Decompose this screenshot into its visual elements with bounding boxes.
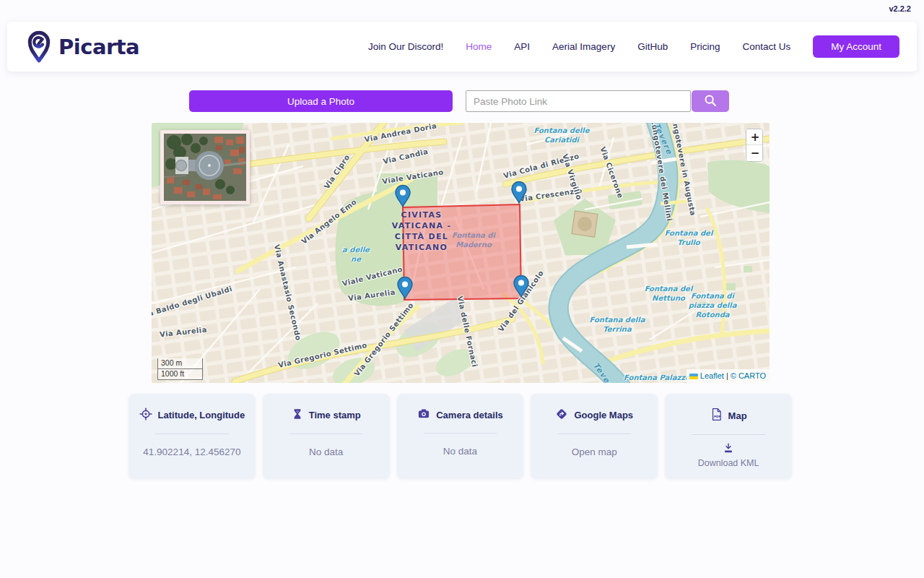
map-marker[interactable]: [396, 275, 414, 300]
pdf-file-icon: PDF: [710, 407, 723, 423]
directions-icon: [555, 407, 568, 423]
nav-item-aerial-imagery[interactable]: Aerial Imagery: [552, 41, 615, 52]
timestamp-value: No data: [263, 447, 390, 457]
map-attribution: Leaflet | © CARTO: [687, 369, 770, 383]
nav-item-github[interactable]: GitHub: [637, 41, 668, 52]
card-google-maps: Google Maps Open map: [531, 394, 658, 479]
picarta-pin-icon: [25, 28, 53, 66]
header: Picarta Join Our Discord! Home API Aeria…: [7, 22, 917, 72]
card-map-download: PDF Map Download KML: [665, 394, 792, 479]
camera-icon: [417, 407, 430, 422]
leaflet-map[interactable]: CIVITAS VATICANA - CITTÀ DEL VATICANOFon…: [152, 123, 770, 383]
leaflet-link[interactable]: Leaflet: [700, 371, 724, 381]
my-account-button[interactable]: My Account: [813, 35, 899, 58]
nav-item-pricing[interactable]: Pricing: [690, 41, 720, 52]
scale-metric: 300 m: [157, 358, 203, 369]
photo-link-input[interactable]: [466, 90, 691, 112]
scale-imperial: 1000 ft: [157, 369, 203, 380]
picarta-logo[interactable]: Picarta: [25, 28, 139, 66]
map-marker[interactable]: [393, 184, 412, 208]
open-map-link[interactable]: Open map: [531, 447, 658, 457]
nav-item-api[interactable]: API: [514, 41, 530, 52]
app-version: v2.2.2: [889, 4, 911, 13]
download-icon: [723, 444, 734, 456]
card-title: Latitude, Longitude: [158, 410, 245, 420]
nav-item-discord[interactable]: Join Our Discord!: [368, 41, 443, 52]
upload-photo-button[interactable]: Upload a Photo: [189, 90, 453, 112]
card-title: Camera details: [436, 410, 503, 420]
card-title: Map: [728, 410, 747, 421]
coordinates-value: 41.902214, 12.456270: [128, 447, 256, 457]
zoom-out-button[interactable]: −: [746, 145, 763, 161]
carto-link[interactable]: © CARTO: [731, 371, 766, 381]
map-marker[interactable]: [512, 274, 531, 298]
ukraine-flag-icon: [689, 374, 698, 379]
selection-polygon[interactable]: [403, 204, 521, 300]
crosshair-icon: [139, 407, 152, 423]
download-kml-button[interactable]: Download KML: [665, 443, 792, 468]
map-scale-bar: 300 m 1000 ft: [157, 358, 203, 380]
download-kml-label: Download KML: [665, 458, 792, 468]
card-title: Google Maps: [574, 410, 633, 420]
nav-item-home[interactable]: Home: [466, 41, 492, 52]
result-cards: Latitude, Longitude 41.902214, 12.456270…: [128, 394, 792, 479]
map-marker[interactable]: [510, 180, 528, 204]
card-title: Time stamp: [309, 410, 361, 420]
aerial-photo: [164, 134, 246, 201]
picarta-app: v2.2.2 Picarta Join Our Discord!: [0, 0, 924, 578]
hourglass-icon: [292, 407, 303, 423]
card-latitude-longitude: Latitude, Longitude 41.902214, 12.456270: [128, 394, 256, 479]
search-button[interactable]: [692, 90, 729, 112]
attribution-separator: |: [726, 371, 728, 381]
card-time-stamp: Time stamp No data: [263, 394, 390, 479]
zoom-in-button[interactable]: +: [746, 129, 763, 145]
photo-thumbnail[interactable]: [160, 130, 250, 204]
card-camera-details: Camera details No data: [397, 394, 524, 479]
svg-text:PDF: PDF: [714, 415, 721, 418]
camera-details-value: No data: [397, 446, 524, 457]
search-icon: [703, 93, 718, 110]
map-zoom-control: + −: [746, 129, 763, 162]
nav-item-contact-us[interactable]: Contact Us: [742, 41, 790, 52]
brand-name: Picarta: [58, 35, 139, 59]
main-nav: Join Our Discord! Home API Aerial Imager…: [368, 35, 899, 58]
